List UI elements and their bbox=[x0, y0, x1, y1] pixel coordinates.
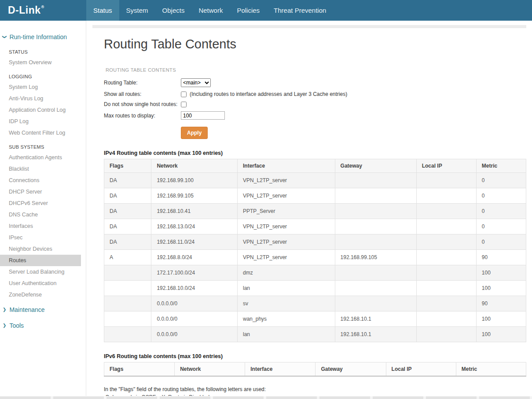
sidebar-root-tools[interactable]: ❯ Tools bbox=[0, 319, 86, 332]
ipv6-table-title: IPv6 Routing table contents (max 100 ent… bbox=[104, 353, 526, 359]
sidebar-group-header-status: STATUS bbox=[0, 44, 86, 57]
sidebar-root-label: Run-time Information bbox=[9, 33, 67, 40]
horizontal-scrollbar[interactable] bbox=[0, 396, 532, 399]
sidebar-group-sub-systems: Authentication AgentsBlacklistConnection… bbox=[0, 152, 86, 300]
page-title: Routing Table Contents bbox=[104, 37, 526, 51]
sidebar-root-maintenance[interactable]: ❯ Maintenance bbox=[0, 303, 86, 316]
single-host-routes-checkbox[interactable] bbox=[181, 102, 187, 107]
apply-button[interactable]: Apply bbox=[181, 127, 208, 139]
nav-item-status[interactable]: Status bbox=[86, 0, 119, 21]
sidebar-item-ipsec[interactable]: IPsec bbox=[0, 232, 81, 243]
nav-item-system[interactable]: System bbox=[119, 0, 155, 21]
sidebar-group-header-sub-systems: SUB SYSTEMS bbox=[0, 139, 86, 152]
column-header-metric: Metric bbox=[476, 159, 526, 173]
column-header-flags: Flags bbox=[104, 362, 175, 377]
table-cell: 192.168.10.0/24 bbox=[151, 281, 238, 296]
max-routes-label: Max routes to display: bbox=[104, 113, 181, 119]
show-all-routes-checkbox[interactable] bbox=[181, 92, 187, 97]
table-row: A192.168.8.0/24VPN_L2TP_server192.168.99… bbox=[104, 250, 526, 265]
table-row: 172.17.100.0/24dmz100 bbox=[104, 265, 526, 281]
table-cell: 90 bbox=[476, 296, 526, 311]
column-header-flags: Flags bbox=[104, 159, 151, 173]
sidebar-group-logging: System LogAnti-Virus LogApplication Cont… bbox=[0, 81, 86, 139]
table-cell: VPN_L2TP_server bbox=[238, 188, 335, 204]
table-cell bbox=[104, 311, 151, 327]
sidebar-item-web-content-filter-log[interactable]: Web Content Filter Log bbox=[0, 127, 81, 139]
table-cell bbox=[416, 204, 476, 219]
sidebar-item-zonedefense[interactable]: ZoneDefense bbox=[0, 289, 81, 300]
ipv4-routing-table: FlagsNetworkInterfaceGatewayLocal IPMetr… bbox=[104, 159, 526, 342]
sidebar-item-authentication-agents[interactable]: Authentication Agents bbox=[0, 152, 81, 163]
table-cell: lan bbox=[238, 281, 335, 296]
sidebar-item-blacklist[interactable]: Blacklist bbox=[0, 163, 81, 175]
table-cell: wan_phys bbox=[238, 311, 335, 327]
table-cell: sv bbox=[238, 296, 335, 311]
column-header-metric: Metric bbox=[456, 362, 526, 377]
table-cell bbox=[335, 265, 416, 281]
table-cell: A bbox=[104, 250, 151, 265]
table-cell: 192.168.8.0/24 bbox=[151, 250, 238, 265]
table-cell bbox=[416, 311, 476, 327]
sidebar-item-system-log[interactable]: System Log bbox=[0, 81, 81, 93]
table-cell: dmz bbox=[238, 265, 335, 281]
sidebar-item-dhcp-server[interactable]: DHCP Server bbox=[0, 186, 81, 198]
ipv4-table-body: DA192.168.99.100VPN_L2TP_server0DA192.16… bbox=[104, 173, 526, 342]
table-cell: 192.168.99.100 bbox=[151, 173, 238, 188]
table-cell: 0.0.0.0/0 bbox=[151, 327, 238, 342]
sidebar-item-server-load-balancing[interactable]: Server Load Balancing bbox=[0, 266, 81, 278]
sidebar-item-routes[interactable]: Routes bbox=[0, 255, 81, 266]
nav-item-policies[interactable]: Policies bbox=[230, 0, 267, 21]
routing-table-label: Routing Table: bbox=[104, 80, 181, 86]
table-cell bbox=[416, 219, 476, 234]
panel-label: ROUTING TABLE CONTENTS bbox=[104, 67, 526, 73]
sidebar-item-anti-virus-log[interactable]: Anti-Virus Log bbox=[0, 93, 81, 104]
table-cell bbox=[416, 234, 476, 250]
sidebar-item-user-authentication[interactable]: User Authentication bbox=[0, 278, 81, 289]
routing-table-select[interactable]: <main> bbox=[181, 78, 211, 87]
sidebar: ❯ Run-time Information STATUS System Ove… bbox=[0, 21, 86, 396]
table-cell: 0.0.0.0/0 bbox=[151, 311, 238, 327]
table-cell: PPTP_Server bbox=[238, 204, 335, 219]
sidebar-item-connections[interactable]: Connections bbox=[0, 175, 81, 186]
ipv6-routing-table: FlagsNetworkInterfaceGatewayLocal IPMetr… bbox=[104, 362, 526, 377]
table-cell: DA bbox=[104, 173, 151, 188]
nav-item-network[interactable]: Network bbox=[191, 0, 230, 21]
sidebar-item-application-control-log[interactable]: Application Control Log bbox=[0, 104, 81, 116]
apply-row: Apply bbox=[104, 124, 526, 139]
table-cell bbox=[416, 265, 476, 281]
table-cell: 192.168.10.1 bbox=[335, 311, 416, 327]
table-cell: 0 bbox=[476, 219, 526, 234]
sidebar-item-dns-cache[interactable]: DNS Cache bbox=[0, 209, 81, 220]
sidebar-group-status: System Overview bbox=[0, 57, 86, 68]
table-cell: 192.168.13.0/24 bbox=[151, 219, 238, 234]
max-routes-input[interactable] bbox=[181, 111, 225, 120]
ipv6-header-row: FlagsNetworkInterfaceGatewayLocal IPMetr… bbox=[104, 362, 526, 377]
sidebar-item-dhcpv6-server[interactable]: DHCPv6 Server bbox=[0, 198, 81, 209]
show-all-routes-label: Show all routes: bbox=[104, 91, 181, 97]
table-cell: 100 bbox=[476, 327, 526, 342]
nav-item-objects[interactable]: Objects bbox=[155, 0, 192, 21]
table-cell bbox=[335, 281, 416, 296]
sidebar-item-neighbor-devices[interactable]: Neighbor Devices bbox=[0, 243, 81, 255]
flags-legend-line: In the "Flags" field of the routing tabl… bbox=[104, 385, 526, 393]
sidebar-group-header-logging: LOGGING bbox=[0, 68, 86, 81]
sidebar-root-runtime-information[interactable]: ❯ Run-time Information bbox=[0, 30, 86, 44]
sidebar-item-interfaces[interactable]: Interfaces bbox=[0, 220, 81, 232]
table-cell bbox=[335, 219, 416, 234]
table-cell bbox=[104, 327, 151, 342]
sidebar-item-idp-log[interactable]: IDP Log bbox=[0, 116, 81, 127]
table-cell: 192.168.10.41 bbox=[151, 204, 238, 219]
content-top-strip bbox=[92, 25, 526, 28]
dlink-logo: D-Link® bbox=[0, 0, 86, 21]
nav-item-threat-prevention[interactable]: Threat Prevention bbox=[267, 0, 333, 21]
table-row: 0.0.0.0/0lan192.168.10.1100 bbox=[104, 327, 526, 342]
column-header-network: Network bbox=[151, 159, 238, 173]
ipv4-header-row: FlagsNetworkInterfaceGatewayLocal IPMetr… bbox=[104, 159, 526, 173]
table-cell bbox=[335, 296, 416, 311]
table-row: DA192.168.99.105VPN_L2TP_server0 bbox=[104, 188, 526, 204]
table-cell: 0.0.0.0/0 bbox=[151, 296, 238, 311]
table-row: 0.0.0.0/0sv90 bbox=[104, 296, 526, 311]
column-header-interface: Interface bbox=[238, 159, 335, 173]
sidebar-item-system-overview[interactable]: System Overview bbox=[0, 57, 81, 68]
column-header-gateway: Gateway bbox=[335, 159, 416, 173]
